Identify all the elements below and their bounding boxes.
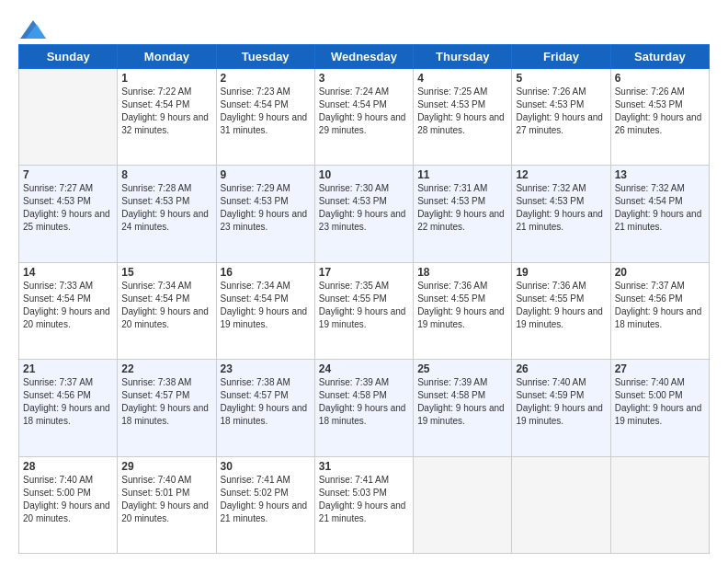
day-info: Sunrise: 7:25 AMSunset: 4:53 PMDaylight:…: [417, 86, 507, 137]
day-info: Sunrise: 7:34 AMSunset: 4:54 PMDaylight:…: [221, 280, 311, 331]
day-number: 31: [319, 460, 409, 473]
calendar-cell: 17Sunrise: 7:35 AMSunset: 4:55 PMDayligh…: [314, 262, 413, 359]
day-number: 23: [221, 362, 311, 375]
day-info: Sunrise: 7:37 AMSunset: 4:56 PMDaylight:…: [615, 280, 705, 331]
calendar-cell: 27Sunrise: 7:40 AMSunset: 5:00 PMDayligh…: [610, 360, 709, 456]
calendar-cell: 24Sunrise: 7:39 AMSunset: 4:58 PMDayligh…: [314, 360, 413, 456]
calendar-cell: 22Sunrise: 7:38 AMSunset: 4:57 PMDayligh…: [118, 360, 216, 456]
day-number: 19: [516, 266, 606, 279]
calendar-cell: 15Sunrise: 7:34 AMSunset: 4:54 PMDayligh…: [118, 262, 216, 359]
day-number: 21: [23, 362, 113, 375]
day-info: Sunrise: 7:34 AMSunset: 4:54 PMDaylight:…: [121, 280, 211, 331]
day-number: 7: [23, 168, 113, 181]
weekday-header-saturday: Saturday: [610, 45, 709, 69]
calendar-cell: 20Sunrise: 7:37 AMSunset: 4:56 PMDayligh…: [610, 262, 709, 359]
calendar-cell: 9Sunrise: 7:29 AMSunset: 4:53 PMDaylight…: [216, 166, 314, 262]
day-info: Sunrise: 7:39 AMSunset: 4:58 PMDaylight:…: [417, 376, 507, 428]
logo-icon: [20, 20, 46, 39]
day-info: Sunrise: 7:41 AMSunset: 5:02 PMDaylight:…: [221, 474, 311, 525]
day-number: 28: [23, 460, 113, 473]
calendar-week-row: 21Sunrise: 7:37 AMSunset: 4:56 PMDayligh…: [19, 360, 710, 456]
calendar-week-row: 28Sunrise: 7:40 AMSunset: 5:00 PMDayligh…: [19, 456, 710, 553]
calendar-cell: 25Sunrise: 7:39 AMSunset: 4:58 PMDayligh…: [414, 360, 512, 456]
day-info: Sunrise: 7:31 AMSunset: 4:53 PMDaylight:…: [417, 182, 507, 234]
calendar-cell: 4Sunrise: 7:25 AMSunset: 4:53 PMDaylight…: [414, 69, 512, 166]
day-info: Sunrise: 7:26 AMSunset: 4:53 PMDaylight:…: [516, 86, 606, 137]
day-number: 14: [23, 266, 113, 279]
day-info: Sunrise: 7:40 AMSunset: 4:59 PMDaylight:…: [516, 376, 606, 428]
day-number: 2: [221, 72, 311, 85]
day-info: Sunrise: 7:26 AMSunset: 4:53 PMDaylight:…: [615, 86, 705, 137]
calendar-cell: 6Sunrise: 7:26 AMSunset: 4:53 PMDaylight…: [610, 69, 709, 166]
day-number: 8: [121, 168, 211, 181]
day-number: 18: [417, 266, 507, 279]
day-number: 20: [615, 266, 705, 279]
calendar-cell: [19, 69, 118, 166]
weekday-header-sunday: Sunday: [19, 45, 118, 69]
day-info: Sunrise: 7:32 AMSunset: 4:53 PMDaylight:…: [516, 182, 606, 234]
day-number: 16: [221, 266, 311, 279]
day-number: 17: [319, 266, 409, 279]
day-info: Sunrise: 7:36 AMSunset: 4:55 PMDaylight:…: [417, 280, 507, 331]
day-info: Sunrise: 7:29 AMSunset: 4:53 PMDaylight:…: [221, 182, 311, 234]
calendar-cell: [610, 456, 709, 553]
calendar-cell: 29Sunrise: 7:40 AMSunset: 5:01 PMDayligh…: [118, 456, 216, 553]
calendar-cell: 5Sunrise: 7:26 AMSunset: 4:53 PMDaylight…: [512, 69, 610, 166]
calendar-cell: 1Sunrise: 7:22 AMSunset: 4:54 PMDaylight…: [118, 69, 216, 166]
day-number: 13: [615, 168, 705, 181]
day-number: 5: [516, 72, 606, 85]
day-info: Sunrise: 7:38 AMSunset: 4:57 PMDaylight:…: [121, 376, 211, 428]
calendar-cell: 31Sunrise: 7:41 AMSunset: 5:03 PMDayligh…: [314, 456, 413, 553]
weekday-header-thursday: Thursday: [414, 45, 512, 69]
day-number: 4: [417, 72, 507, 85]
day-info: Sunrise: 7:32 AMSunset: 4:54 PMDaylight:…: [615, 182, 705, 234]
day-info: Sunrise: 7:38 AMSunset: 4:57 PMDaylight:…: [221, 376, 311, 428]
day-number: 9: [221, 168, 311, 181]
calendar-cell: 2Sunrise: 7:23 AMSunset: 4:54 PMDaylight…: [216, 69, 314, 166]
calendar-week-row: 1Sunrise: 7:22 AMSunset: 4:54 PMDaylight…: [19, 69, 710, 166]
calendar-cell: 18Sunrise: 7:36 AMSunset: 4:55 PMDayligh…: [414, 262, 512, 359]
calendar-cell: 30Sunrise: 7:41 AMSunset: 5:02 PMDayligh…: [216, 456, 314, 553]
calendar-cell: 13Sunrise: 7:32 AMSunset: 4:54 PMDayligh…: [610, 166, 709, 262]
day-info: Sunrise: 7:37 AMSunset: 4:56 PMDaylight:…: [23, 376, 113, 428]
weekday-header-wednesday: Wednesday: [314, 45, 413, 69]
day-number: 27: [615, 362, 705, 375]
day-info: Sunrise: 7:35 AMSunset: 4:55 PMDaylight:…: [319, 280, 409, 331]
calendar-cell: 19Sunrise: 7:36 AMSunset: 4:55 PMDayligh…: [512, 262, 610, 359]
day-info: Sunrise: 7:40 AMSunset: 5:01 PMDaylight:…: [121, 474, 211, 525]
weekday-header-friday: Friday: [512, 45, 610, 69]
calendar-week-row: 7Sunrise: 7:27 AMSunset: 4:53 PMDaylight…: [19, 166, 710, 262]
day-number: 25: [417, 362, 507, 375]
day-info: Sunrise: 7:22 AMSunset: 4:54 PMDaylight:…: [121, 86, 211, 137]
day-number: 1: [121, 72, 211, 85]
calendar-cell: 16Sunrise: 7:34 AMSunset: 4:54 PMDayligh…: [216, 262, 314, 359]
page: SundayMondayTuesdayWednesdayThursdayFrid…: [0, 0, 728, 563]
day-number: 30: [221, 460, 311, 473]
weekday-header-row: SundayMondayTuesdayWednesdayThursdayFrid…: [19, 45, 710, 69]
day-info: Sunrise: 7:28 AMSunset: 4:53 PMDaylight:…: [121, 182, 211, 234]
day-number: 15: [121, 266, 211, 279]
day-info: Sunrise: 7:33 AMSunset: 4:54 PMDaylight:…: [23, 280, 113, 331]
day-number: 6: [615, 72, 705, 85]
day-number: 11: [417, 168, 507, 181]
weekday-header-tuesday: Tuesday: [216, 45, 314, 69]
calendar-cell: 8Sunrise: 7:28 AMSunset: 4:53 PMDaylight…: [118, 166, 216, 262]
calendar-cell: 21Sunrise: 7:37 AMSunset: 4:56 PMDayligh…: [19, 360, 118, 456]
day-info: Sunrise: 7:36 AMSunset: 4:55 PMDaylight:…: [516, 280, 606, 331]
day-number: 3: [319, 72, 409, 85]
day-info: Sunrise: 7:41 AMSunset: 5:03 PMDaylight:…: [319, 474, 409, 525]
day-number: 26: [516, 362, 606, 375]
day-info: Sunrise: 7:24 AMSunset: 4:54 PMDaylight:…: [319, 86, 409, 137]
day-info: Sunrise: 7:40 AMSunset: 5:00 PMDaylight:…: [615, 376, 705, 428]
day-number: 29: [121, 460, 211, 473]
calendar-cell: 28Sunrise: 7:40 AMSunset: 5:00 PMDayligh…: [19, 456, 118, 553]
day-info: Sunrise: 7:27 AMSunset: 4:53 PMDaylight:…: [23, 182, 113, 234]
day-number: 24: [319, 362, 409, 375]
logo: [18, 20, 46, 37]
weekday-header-monday: Monday: [118, 45, 216, 69]
day-info: Sunrise: 7:23 AMSunset: 4:54 PMDaylight:…: [221, 86, 311, 137]
calendar-cell: 7Sunrise: 7:27 AMSunset: 4:53 PMDaylight…: [19, 166, 118, 262]
day-number: 22: [121, 362, 211, 375]
calendar-cell: 23Sunrise: 7:38 AMSunset: 4:57 PMDayligh…: [216, 360, 314, 456]
calendar-cell: [414, 456, 512, 553]
